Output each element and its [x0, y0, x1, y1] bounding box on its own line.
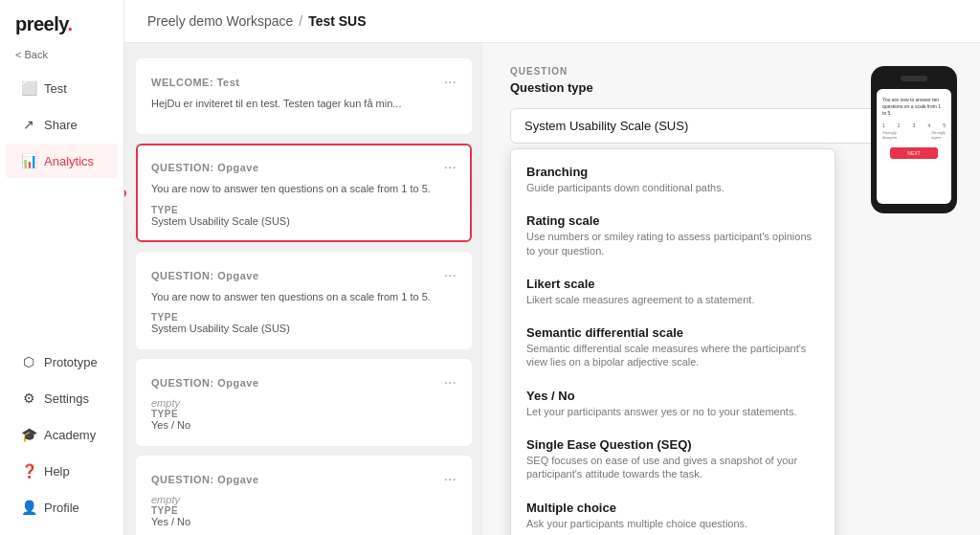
- logo-area: preely.: [0, 0, 123, 45]
- card-label: QUESTION: Opgave: [151, 270, 259, 281]
- sidebar-item-test[interactable]: ⬜ Test: [6, 71, 118, 105]
- option-name-3: Semantic differential scale: [526, 325, 819, 340]
- option-item-4[interactable]: Yes / NoLet your participants answer yes…: [511, 379, 835, 428]
- card-header: QUESTION: Opgave ···: [151, 159, 457, 176]
- option-desc-4: Let your participants answer yes or no t…: [526, 405, 819, 418]
- content-area: WELCOME: Test ··· HejDu er inviteret til…: [124, 43, 980, 535]
- active-dot-indicator: [124, 189, 126, 197]
- phone-screen: You are now to answer ten questions on a…: [877, 89, 951, 204]
- sidebar-bottom: ⬡ Prototype ⚙ Settings 🎓 Academy ❓ Help …: [0, 344, 123, 535]
- card-type-value: System Usability Scale (SUS): [151, 323, 457, 334]
- phone-next-button: NEXT: [890, 147, 938, 159]
- option-name-5: Single Ease Question (SEQ): [526, 437, 819, 452]
- card-type-value: System Usability Scale (SUS): [151, 215, 457, 227]
- option-desc-6: Ask your participants multiple choice qu…: [526, 517, 819, 530]
- profile-icon: 👤: [21, 500, 36, 515]
- scale-3: 3: [913, 123, 916, 128]
- card-header: QUESTION: Opgave ···: [151, 267, 457, 284]
- main-area: Preely demo Workspace / Test SUS WELCOME…: [124, 0, 980, 535]
- card-label: QUESTION: Opgave: [151, 377, 259, 389]
- option-item-6[interactable]: Multiple choiceAsk your participants mul…: [511, 491, 835, 535]
- option-item-0[interactable]: BranchingGuide participants down conditi…: [511, 155, 835, 204]
- card-empty: empty: [151, 397, 457, 409]
- card-type-label: TYPE: [151, 205, 457, 215]
- phone-question-text: You are now to answer ten questions on a…: [882, 97, 946, 117]
- sidebar-item-profile[interactable]: 👤 Profile: [6, 490, 118, 524]
- test-icon: ⬜: [21, 80, 36, 96]
- prototype-icon: ⬡: [21, 354, 36, 369]
- card-header: QUESTION: Opgave ···: [151, 374, 457, 391]
- sidebar-item-share[interactable]: ↗ Share: [6, 107, 118, 142]
- question-list: WELCOME: Test ··· HejDu er inviteret til…: [124, 43, 483, 535]
- breadcrumb-separator: /: [299, 13, 302, 29]
- card-wrapper-2: QUESTION: Opgave ··· You are now to answ…: [136, 144, 472, 241]
- option-desc-0: Guide participants down conditional path…: [526, 181, 819, 194]
- option-desc-2: Likert scale measures agreement to a sta…: [526, 293, 819, 306]
- card-type-value: Yes / No: [151, 419, 457, 431]
- card-header: WELCOME: Test ···: [151, 74, 457, 91]
- option-name-2: Likert scale: [526, 277, 819, 291]
- sidebar-item-help[interactable]: ❓ Help: [6, 454, 118, 488]
- card-desc: You are now to answer ten questions on a…: [151, 182, 457, 196]
- option-item-5[interactable]: Single Ease Question (SEQ)SEQ focuses on…: [511, 428, 835, 491]
- option-name-1: Rating scale: [526, 213, 819, 228]
- sidebar-item-settings[interactable]: ⚙ Settings: [6, 381, 118, 415]
- settings-icon: ⚙: [21, 390, 36, 406]
- card-question-3[interactable]: QUESTION: Opgave ··· empty TYPE Yes / No: [136, 359, 472, 446]
- scale-label-right: Stronglyagree: [931, 130, 946, 140]
- option-desc-3: Semantic differential scale measures whe…: [526, 342, 819, 369]
- card-type-label: TYPE: [151, 312, 457, 323]
- card-desc: You are now to answer ten questions on a…: [151, 290, 457, 304]
- option-item-3[interactable]: Semantic differential scaleSemantic diff…: [511, 316, 835, 379]
- share-icon: ↗: [21, 117, 36, 132]
- card-desc: HejDu er inviteret til en test. Testen t…: [151, 97, 457, 111]
- breadcrumb-current: Test SUS: [308, 13, 366, 29]
- options-panel: BranchingGuide participants down conditi…: [510, 148, 835, 535]
- card-menu-dots[interactable]: ···: [444, 74, 457, 91]
- back-button[interactable]: < Back: [0, 45, 123, 70]
- option-desc-1: Use numbers or smiley rating to assess p…: [526, 230, 819, 257]
- question-editor: QUESTION Question type System Usability …: [483, 43, 980, 535]
- sidebar-item-academy[interactable]: 🎓 Academy: [6, 417, 118, 452]
- card-welcome[interactable]: WELCOME: Test ··· HejDu er inviteret til…: [136, 58, 472, 134]
- card-question-1[interactable]: QUESTION: Opgave ··· You are now to answ…: [136, 144, 472, 241]
- card-question-2[interactable]: QUESTION: Opgave ··· You are now to answ…: [136, 252, 472, 349]
- option-item-2[interactable]: Likert scaleLikert scale measures agreem…: [511, 267, 835, 316]
- card-question-4[interactable]: QUESTION: Opgave ··· empty TYPE Yes / No: [136, 456, 472, 535]
- card-menu-dots[interactable]: ···: [444, 471, 457, 488]
- logo-text: preely.: [15, 13, 73, 35]
- sidebar-nav: ⬜ Test ↗ Share 📊 Analytics: [0, 70, 123, 344]
- scale-2: 2: [898, 123, 901, 128]
- card-type-label: TYPE: [151, 409, 457, 419]
- card-label: QUESTION: Opgave: [151, 162, 259, 173]
- card-menu-dots[interactable]: ···: [444, 374, 457, 391]
- card-label: WELCOME: Test: [151, 77, 239, 88]
- phone-scale-row: 1 2 3 4 5: [882, 123, 946, 128]
- analytics-icon: 📊: [21, 153, 36, 168]
- option-name-0: Branching: [526, 165, 819, 179]
- card-header: QUESTION: Opgave ···: [151, 471, 457, 488]
- scale-1: 1: [882, 123, 885, 128]
- scale-label-left: Stronglydisagree: [882, 130, 897, 140]
- sidebar: preely. < Back ⬜ Test ↗ Share 📊 Analytic…: [0, 0, 124, 535]
- phone-preview: You are now to answer ten questions on a…: [871, 66, 957, 213]
- card-type-label: TYPE: [151, 505, 457, 516]
- option-name-4: Yes / No: [526, 389, 819, 403]
- sidebar-item-prototype[interactable]: ⬡ Prototype: [6, 345, 118, 379]
- option-desc-5: SEQ focuses on ease of use and gives a s…: [526, 454, 819, 481]
- card-empty: empty: [151, 494, 457, 505]
- phone-frame: You are now to answer ten questions on a…: [871, 66, 957, 213]
- breadcrumb-workspace[interactable]: Preely demo Workspace: [147, 13, 293, 29]
- academy-icon: 🎓: [21, 427, 36, 442]
- scale-5: 5: [943, 123, 946, 128]
- scale-4: 4: [927, 123, 930, 128]
- option-name-6: Multiple choice: [526, 501, 819, 515]
- card-menu-dots[interactable]: ···: [444, 267, 457, 284]
- phone-labels-row: Stronglydisagree Stronglyagree: [882, 130, 946, 140]
- option-item-1[interactable]: Rating scaleUse numbers or smiley rating…: [511, 204, 835, 267]
- card-menu-dots[interactable]: ···: [444, 159, 457, 176]
- card-label: QUESTION: Opgave: [151, 474, 259, 485]
- phone-notch: [901, 76, 927, 81]
- help-icon: ❓: [21, 463, 36, 479]
- sidebar-item-analytics[interactable]: 📊 Analytics: [6, 144, 118, 178]
